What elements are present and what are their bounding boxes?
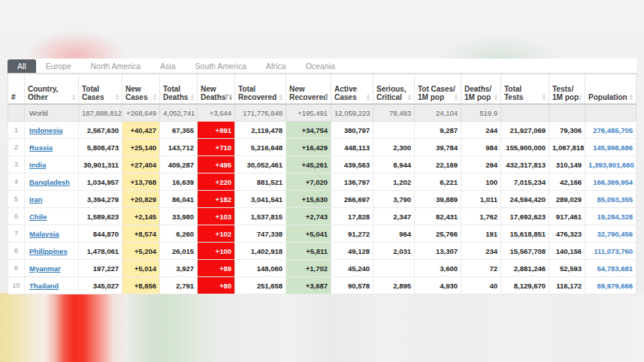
cell-active-cases: 448,113: [331, 139, 373, 156]
cell-new-cases: +8,574: [122, 225, 160, 243]
cell-serious-critical: 3,790: [373, 191, 415, 208]
cell-total-deaths: 86,041: [160, 191, 198, 208]
cell-country: India: [25, 156, 79, 173]
cell-serious-critical: 2,031: [373, 243, 415, 260]
header-total-cases[interactable]: TotalCases▲▼: [79, 74, 122, 104]
cell-tests-1m: 289,029: [549, 191, 585, 208]
cell-active-cases: 439,563: [331, 156, 373, 173]
cell-population[interactable]: 1,393,901,660: [585, 156, 636, 173]
header-tests-1m[interactable]: Tests/1M pop▲▼: [549, 74, 585, 104]
country-link[interactable]: Iran: [29, 195, 42, 204]
cell-population[interactable]: 19,284,328: [585, 208, 636, 225]
header-active-cases[interactable]: ActiveCases▲▼: [331, 74, 373, 104]
cell-tests-1m: 140,156: [549, 243, 585, 260]
cell-country: World: [25, 104, 79, 122]
sort-both-icon: ▲▼: [153, 94, 157, 101]
cell-deaths-1m: 191: [461, 225, 501, 243]
header-country[interactable]: Country,Other▲▼: [25, 74, 79, 104]
cell-population[interactable]: 54,783,681: [585, 260, 636, 277]
cell-new-deaths: +891: [198, 122, 235, 139]
cell-new-cases: +27,404: [122, 156, 160, 173]
header-population[interactable]: Population▲▼: [585, 74, 636, 104]
header-total-tests[interactable]: TotalTests▲▼: [501, 74, 549, 104]
cell-total-cases: 1,034,957: [79, 173, 122, 191]
cell-new-deaths: +495: [198, 156, 235, 173]
cell-country: Chile: [25, 208, 79, 225]
cell-tot-cases-1m: 39,889: [415, 191, 461, 208]
tab-oceania[interactable]: Oceania: [296, 59, 345, 73]
cell-tot-cases-1m: 4,930: [415, 277, 461, 294]
cell-total-tests: 24,594,420: [501, 191, 549, 208]
covid-stats-panel: AllEuropeNorth AmericaAsiaSouth AmericaA…: [8, 59, 636, 293]
cell-tot-cases-1m: 39,784: [415, 139, 461, 156]
header-total-recovered[interactable]: TotalRecovered▲▼: [235, 74, 286, 104]
cell-total-recovered: 3,041,541: [235, 191, 286, 208]
cell-population[interactable]: 145,998,686: [585, 139, 636, 156]
country-row: 8Philippines1,478,061+5,20426,015+1001,4…: [8, 243, 636, 260]
tab-north-america[interactable]: North America: [81, 59, 151, 73]
country-link[interactable]: Malaysia: [29, 230, 59, 238]
country-row: 9Myanmar197,227+5,0143,927+89148,060+1,7…: [8, 260, 636, 277]
cell-population[interactable]: 69,979,666: [585, 277, 636, 294]
sort-desc-icon: [225, 94, 232, 101]
cell-deaths-1m: 519.9: [461, 104, 501, 122]
country-link[interactable]: Myanmar: [29, 264, 61, 273]
country-link[interactable]: Chile: [29, 213, 47, 221]
cell-tot-cases-1m: 82,431: [415, 208, 461, 225]
cell-tot-cases-1m: 22,169: [415, 156, 461, 173]
cell-tests-1m: 1,067,818: [549, 139, 585, 156]
header-total-deaths[interactable]: TotalDeaths▲▼: [160, 74, 198, 104]
cell-total-recovered: 2,119,478: [235, 122, 286, 139]
country-row: 1Indonesia2,567,630+40,42767,355+8912,11…: [8, 122, 636, 139]
tab-europe[interactable]: Europe: [36, 59, 81, 73]
header-new-deaths[interactable]: NewDeaths: [198, 74, 235, 104]
country-link[interactable]: Philippines: [29, 247, 68, 255]
tab-south-america[interactable]: South America: [186, 59, 256, 73]
cell-new-cases: +2,145: [122, 208, 160, 225]
cell-country: Myanmar: [25, 260, 79, 277]
cell-active-cases: 12,059,223: [331, 104, 373, 122]
cell-population[interactable]: 111,073,760: [585, 243, 636, 260]
cell-total-cases: 345,027: [79, 277, 122, 294]
country-row: 7Malaysia844,870+8,5746,260+102747,338+5…: [8, 225, 636, 243]
tab-africa[interactable]: Africa: [256, 59, 296, 73]
cell-total-tests: [501, 104, 549, 122]
cell-active-cases: 136,797: [331, 173, 373, 191]
header-deaths-1m[interactable]: Deaths/1M pop▲▼: [461, 74, 501, 104]
country-link[interactable]: Bangladesh: [29, 178, 70, 186]
cell-total-cases: 187,888,812: [79, 104, 122, 122]
cell-new-recovered: +3,687: [286, 277, 331, 294]
cell-new-deaths: +80: [198, 277, 235, 294]
header-tot-cases-1m[interactable]: Tot Cases/1M pop▲▼: [415, 74, 461, 104]
cell-total-tests: 7,015,234: [501, 173, 549, 191]
country-link[interactable]: India: [29, 161, 46, 169]
tab-all[interactable]: All: [8, 59, 36, 73]
cell-total-recovered: 1,537,815: [235, 208, 286, 225]
cell-total-cases: 2,567,630: [79, 122, 122, 139]
cell-new-cases: +13,768: [122, 173, 160, 191]
cell-total-tests: 432,317,813: [501, 156, 549, 173]
cell-rank: 8: [8, 243, 25, 260]
cell-total-recovered: 171,776,848: [235, 104, 286, 122]
country-link[interactable]: Thailand: [29, 282, 59, 290]
cell-serious-critical: 2,347: [373, 208, 415, 225]
country-link[interactable]: Indonesia: [29, 126, 62, 134]
cell-population[interactable]: 85,093,355: [585, 191, 636, 208]
header-new-cases[interactable]: NewCases▲▼: [122, 74, 160, 104]
cell-total-deaths: 67,355: [160, 122, 198, 139]
header-serious-critical[interactable]: Serious,Critical▲▼: [373, 74, 415, 104]
sort-both-icon: ▲▼: [578, 94, 582, 101]
cell-active-cases: 49,128: [331, 243, 373, 260]
cell-new-deaths: +103: [198, 208, 235, 225]
cell-deaths-1m: 1,011: [461, 191, 501, 208]
cell-population[interactable]: 276,485,705: [585, 122, 636, 139]
country-row: 10Thailand345,027+8,6562,791+80251,658+3…: [8, 277, 636, 294]
cell-population[interactable]: 166,369,954: [585, 173, 636, 191]
tab-asia[interactable]: Asia: [150, 59, 185, 73]
country-link[interactable]: Russia: [29, 143, 53, 152]
cell-new-recovered: +16,429: [286, 139, 331, 156]
header-new-recovered[interactable]: NewRecovered▲▼: [286, 74, 331, 104]
cell-tests-1m: 42,166: [549, 173, 585, 191]
cell-total-tests: 21,927,069: [501, 122, 549, 139]
cell-population[interactable]: 32,790,456: [585, 225, 636, 243]
